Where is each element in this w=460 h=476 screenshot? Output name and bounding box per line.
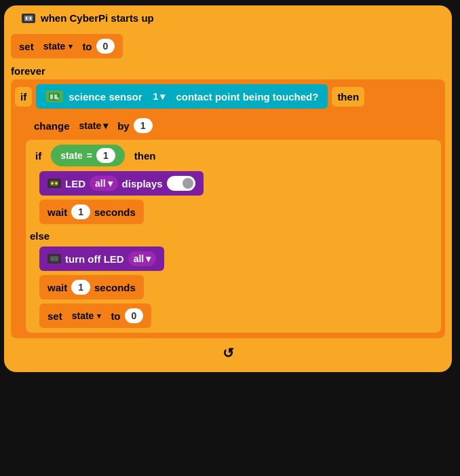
wait1-label: wait xyxy=(47,206,67,218)
state2-dropdown-arrow: ▾ xyxy=(97,312,101,321)
change-by-value[interactable]: 1 xyxy=(134,118,153,133)
state-cond-var: state xyxy=(60,150,83,161)
else-label: else xyxy=(30,227,50,243)
sensor-label: science sensor xyxy=(69,91,142,103)
svg-rect-4 xyxy=(50,94,53,99)
svg-rect-1 xyxy=(26,17,27,20)
if-outer-label: if xyxy=(20,91,26,103)
to-label: to xyxy=(82,41,92,52)
sensor-dropdown-arrow: ▾ xyxy=(160,91,165,102)
condition-label: contact point being touched? xyxy=(176,91,318,103)
to2-label: to xyxy=(111,310,120,322)
wait1-value[interactable]: 1 xyxy=(71,204,90,219)
main-script-frame: when CyberPi starts up set state ▾ to 0 … xyxy=(4,5,452,372)
sensor-icon xyxy=(45,90,63,103)
led-all-dropdown[interactable]: all ▾ xyxy=(90,176,118,191)
svg-point-6 xyxy=(56,97,59,100)
wait2-seconds: seconds xyxy=(94,282,136,293)
wait2-label: wait xyxy=(47,282,67,293)
loop-bottom: ↺ xyxy=(5,342,451,364)
state2-variable-dropdown[interactable]: state ▾ xyxy=(66,308,107,323)
led-displays-block[interactable]: LED all ▾ displays xyxy=(39,171,204,196)
sensor-num-dropdown[interactable]: 1 ▾ xyxy=(148,89,171,104)
hat-label: when CyberPi starts up xyxy=(41,12,154,24)
set-state2-block[interactable]: set state ▾ to 0 xyxy=(39,304,151,328)
by-label: by xyxy=(117,120,130,132)
svg-point-12 xyxy=(55,257,58,260)
if-inner-label: if xyxy=(35,150,41,162)
turn-off-led-block[interactable]: turn off LED all ▾ xyxy=(39,246,164,271)
wait1-seconds: seconds xyxy=(94,206,136,218)
turn-off-dropdown-arrow: ▾ xyxy=(146,253,151,264)
cyberpi-icon xyxy=(22,14,35,23)
wait2-value[interactable]: 1 xyxy=(71,280,90,295)
loop-icon: ↺ xyxy=(223,345,234,361)
then-inner-label: then xyxy=(134,150,156,162)
science-sensor-block[interactable]: science sensor 1 ▾ contact point being t… xyxy=(36,84,328,109)
if-outer-block: if xyxy=(15,87,32,107)
then-inner-block: then xyxy=(129,146,161,166)
set-label: set xyxy=(19,41,34,52)
state2-value[interactable]: 0 xyxy=(125,308,144,323)
change-state-block[interactable]: change state ▾ by 1 xyxy=(26,113,161,138)
state-variable-dropdown[interactable]: state ▾ xyxy=(38,39,79,54)
led-icon xyxy=(47,179,61,188)
state-value-0[interactable]: 0 xyxy=(96,39,115,54)
forever-label: forever xyxy=(11,62,45,78)
svg-point-9 xyxy=(55,182,58,185)
led-label: LED xyxy=(65,178,85,189)
turn-off-led-icon xyxy=(47,254,61,263)
turn-off-all-dropdown[interactable]: all ▾ xyxy=(128,251,157,266)
svg-rect-0 xyxy=(24,16,33,21)
displays-label: displays xyxy=(122,178,163,189)
wait2-block[interactable]: wait 1 seconds xyxy=(39,275,144,299)
cond-value[interactable]: 1 xyxy=(96,148,115,163)
then-outer-label: then xyxy=(337,91,359,103)
state-condition-block[interactable]: state = 1 xyxy=(51,145,125,166)
svg-rect-2 xyxy=(30,17,31,20)
svg-point-8 xyxy=(51,182,54,185)
hat-block[interactable]: when CyberPi starts up xyxy=(11,5,165,31)
if-inner-block: if xyxy=(30,146,47,166)
equals-sign: = xyxy=(87,150,92,161)
wait1-block[interactable]: wait 1 seconds xyxy=(39,200,144,224)
then-outer-label-block: then xyxy=(332,87,364,107)
led-dropdown-arrow: ▾ xyxy=(108,178,113,189)
set2-label: set xyxy=(47,310,62,322)
led-toggle[interactable] xyxy=(167,176,195,191)
change-dropdown-arrow: ▾ xyxy=(103,120,108,131)
dropdown-arrow: ▾ xyxy=(69,42,73,51)
svg-point-11 xyxy=(51,257,54,260)
change-state-dropdown[interactable]: state ▾ xyxy=(74,118,114,133)
turn-off-label: turn off LED xyxy=(65,253,124,265)
set-state-block[interactable]: set state ▾ to 0 xyxy=(11,34,123,58)
change-label: change xyxy=(34,120,70,132)
